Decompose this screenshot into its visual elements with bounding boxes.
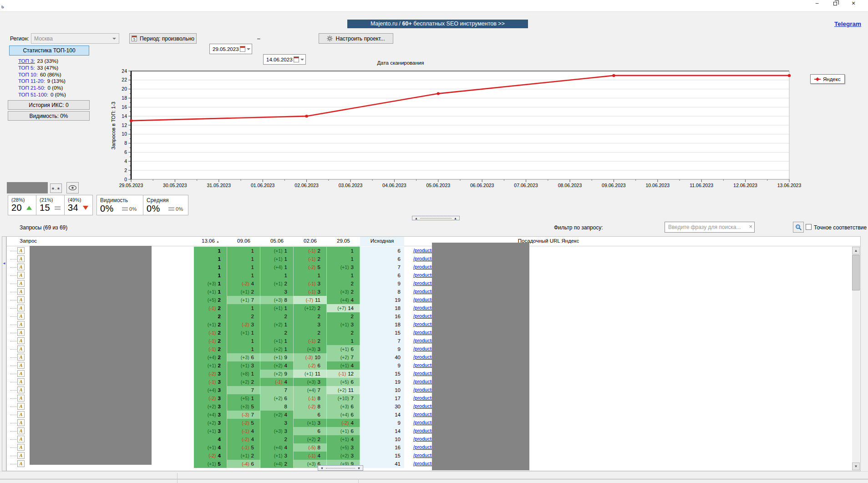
query-chart-icon[interactable]: A [17, 288, 25, 295]
landing-url-link[interactable]: /products [413, 444, 434, 450]
iks-history-button[interactable]: История ИКС: 0 [8, 100, 90, 110]
query-chart-icon[interactable]: A [17, 419, 25, 426]
landing-url-link[interactable]: /products [413, 280, 434, 286]
query-chart-icon[interactable]: A [17, 427, 25, 434]
landing-url-link[interactable]: /products [413, 330, 434, 335]
telegram-link[interactable]: Telegram [834, 20, 861, 27]
query-chart-icon[interactable]: A [17, 452, 25, 459]
landing-url-link[interactable]: /products [413, 354, 434, 360]
iks-history-label: История ИКС: 0 [29, 102, 68, 108]
query-chart-icon[interactable]: A [17, 460, 25, 467]
date-column-header-29-05[interactable]: 29.05 [327, 238, 360, 244]
query-chart-icon[interactable]: A [17, 337, 25, 344]
top51-100-link[interactable]: ТОП 51-100: [18, 92, 48, 97]
query-chart-icon[interactable]: A [17, 329, 25, 336]
query-chart-icon[interactable]: A [17, 255, 25, 262]
top-splitter-handle[interactable]: ▲▲ [412, 216, 460, 220]
landing-url-link[interactable]: /products [413, 452, 434, 458]
query-chart-icon[interactable]: A [17, 247, 25, 254]
exact-match-checkbox[interactable] [806, 224, 812, 230]
landing-url-link[interactable]: /products [413, 305, 434, 310]
landing-url-link[interactable]: /products [413, 387, 434, 392]
search-button[interactable] [793, 222, 804, 233]
landing-url-link[interactable]: /products [413, 256, 434, 261]
landing-url-link[interactable]: /products [413, 428, 434, 433]
date-column-header-02-06[interactable]: 02.06 [294, 238, 327, 244]
bottom-splitter-handle[interactable]: ▼▼ [318, 465, 363, 471]
landing-url-link[interactable]: /products [413, 395, 434, 401]
scroll-down-icon[interactable]: ▼ [852, 463, 860, 470]
position-delta: (-2) [308, 264, 315, 270]
query-chart-icon[interactable]: A [17, 370, 25, 377]
query-chart-icon[interactable]: A [17, 305, 25, 311]
date-column-header-09-06[interactable]: 09.06 [227, 238, 260, 244]
top3-link[interactable]: ТОП 3: [18, 58, 35, 64]
minimize-button[interactable]: – [808, 0, 826, 7]
landing-url-link[interactable]: /products [413, 412, 434, 417]
query-chart-icon[interactable]: A [17, 411, 25, 418]
query-chart-icon[interactable]: A [17, 296, 25, 303]
position-delta: (+1) [340, 428, 349, 434]
query-chart-icon[interactable]: A [17, 403, 25, 410]
top11-20-link[interactable]: ТОП 11-20: [18, 78, 45, 84]
top10-link[interactable]: ТОП 10: [18, 72, 38, 77]
region-dropdown[interactable]: Москва [31, 33, 119, 44]
landing-url-link[interactable]: /products [413, 346, 434, 351]
query-chart-icon[interactable]: A [17, 395, 25, 402]
close-button[interactable]: × [844, 0, 863, 7]
clear-icon[interactable]: × [749, 223, 752, 230]
landing-url-link[interactable]: /products [413, 379, 434, 384]
query-chart-icon[interactable]: A [17, 313, 25, 320]
chart-title: Дата сканирования [346, 60, 455, 66]
query-chart-icon[interactable]: A [17, 280, 25, 287]
svg-text:24: 24 [122, 68, 127, 74]
landing-url-link[interactable]: /products [413, 248, 434, 253]
query-chart-icon[interactable]: A [17, 354, 25, 361]
promo-banner[interactable]: Majento.ru / 60+ бесплатных SEO инструме… [347, 20, 528, 28]
position-value: 2 [284, 461, 287, 467]
query-chart-icon[interactable]: A [17, 378, 25, 385]
stats-top100-button[interactable]: Статистика ТОП-100 [9, 46, 89, 56]
visibility-button[interactable]: Видимость: 0% [8, 111, 90, 121]
date-column-header-13-06[interactable]: 13.06 ▲ [194, 238, 227, 244]
landing-url-link[interactable]: /products [413, 420, 434, 425]
dots-button[interactable]: ∗.∗ [50, 183, 62, 193]
landing-url-link[interactable]: /products [413, 403, 434, 409]
landing-url-link[interactable]: /products [413, 371, 434, 376]
scrollbar-thumb[interactable] [852, 255, 860, 290]
chart-legend[interactable]: Яндекс [810, 74, 845, 84]
landing-url-link[interactable]: /products [413, 289, 434, 294]
source-column-header[interactable]: Исходная [360, 238, 404, 244]
query-chart-icon[interactable]: A [17, 362, 25, 369]
query-column-header[interactable]: Запрос [20, 238, 37, 244]
landing-url-link[interactable]: /products [413, 264, 434, 269]
landing-url-link[interactable]: /products [413, 362, 434, 368]
landing-url-link[interactable]: /products [413, 461, 434, 466]
top21-50-link[interactable]: ТОП 21-50: [18, 85, 46, 91]
left-collapse-strip[interactable]: ◄ [2, 236, 6, 471]
query-chart-icon[interactable]: A [17, 346, 25, 352]
configure-project-button[interactable]: Настроить проект... [319, 33, 393, 44]
landing-url-link[interactable]: /products [413, 321, 434, 327]
table-vertical-scrollbar[interactable]: ▲ ▼ [852, 247, 860, 470]
scroll-up-icon[interactable]: ▲ [852, 247, 860, 254]
top5-link[interactable]: ТОП 5: [18, 65, 35, 71]
query-chart-icon[interactable]: A [17, 272, 25, 279]
date-column-header-05-06[interactable]: 05.06 [260, 238, 294, 244]
query-chart-icon[interactable]: A [17, 386, 25, 393]
landing-url-link[interactable]: /products [413, 436, 434, 442]
query-chart-icon[interactable]: A [17, 321, 25, 328]
period-button[interactable]: Период: произвольно [129, 33, 197, 44]
position-value: 3 [218, 420, 221, 426]
restore-button[interactable] [826, 0, 844, 7]
landing-url-link[interactable]: /products [413, 313, 434, 319]
tree-connector [10, 366, 17, 366]
landing-url-link[interactable]: /products [413, 297, 434, 302]
landing-url-link[interactable]: /products [413, 272, 434, 278]
eye-button[interactable] [66, 182, 79, 193]
query-chart-icon[interactable]: A [17, 436, 25, 442]
landing-url-link[interactable]: /products [413, 338, 434, 343]
query-chart-icon[interactable]: A [17, 444, 25, 451]
query-chart-icon[interactable]: A [17, 264, 25, 270]
search-input[interactable] [665, 222, 755, 233]
